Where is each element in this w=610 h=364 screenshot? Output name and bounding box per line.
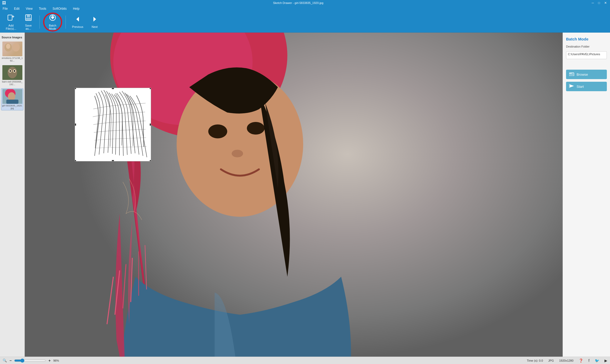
source-thumb-girl <box>2 89 22 104</box>
previous-icon <box>74 16 81 24</box>
dimensions-display: 1920x1280 <box>559 359 573 362</box>
menu-help[interactable]: Help <box>71 6 81 11</box>
close-button[interactable]: ✕ <box>603 1 608 5</box>
menu-view[interactable]: View <box>24 6 34 11</box>
source-label-faces: emotions-371238_192... <box>2 57 23 62</box>
start-label: Start <box>577 85 584 89</box>
resize-handle-tr[interactable] <box>150 88 151 89</box>
svg-rect-4 <box>27 15 30 17</box>
twitter-icon[interactable]: 🐦 <box>595 358 599 363</box>
sketch-content <box>75 88 151 161</box>
menu-bar: File Edit View Tools SoftOrbits Help <box>0 6 610 12</box>
toolbar-separator-2 <box>66 16 66 29</box>
zoom-plus[interactable]: + <box>48 358 51 363</box>
zoom-out-icon[interactable]: 🔍 <box>3 358 7 362</box>
source-label-owl: barn-owl-2550068_192... <box>2 80 23 86</box>
save-as-button[interactable]: Save as... <box>21 12 36 32</box>
resize-handle-bm[interactable] <box>112 160 114 161</box>
destination-folder-path: C:\Users\PAVEL\Pictures <box>566 51 607 59</box>
facebook-icon[interactable]: f <box>588 358 589 363</box>
format-display: JPG <box>548 359 554 362</box>
toolbar-separator-1 <box>39 16 40 29</box>
add-files-button[interactable]: Add File(s)... <box>3 12 19 32</box>
status-right: Time (s): 0.0 JPG 1920x1280 ❓ f 🐦 ▶ <box>527 358 607 363</box>
svg-point-23 <box>8 92 15 101</box>
window-controls: ─ □ ✕ <box>591 1 608 5</box>
destination-folder-label: Destination Folder <box>566 45 607 48</box>
svg-point-29 <box>208 125 227 139</box>
next-button[interactable]: Next <box>88 14 101 30</box>
add-files-icon <box>7 14 15 23</box>
svg-marker-42 <box>570 84 574 88</box>
zoom-slider[interactable] <box>14 358 46 363</box>
svg-point-19 <box>9 70 11 72</box>
batch-mode-label: Batch Mode <box>49 24 56 30</box>
resize-handle-tm[interactable] <box>112 88 114 89</box>
help-icon[interactable]: ❓ <box>579 358 583 363</box>
resize-handle-lm[interactable] <box>75 124 76 126</box>
menu-edit[interactable]: Edit <box>12 6 21 11</box>
svg-marker-9 <box>76 17 79 22</box>
sketch-overlay[interactable] <box>75 88 151 161</box>
canvas-area[interactable] <box>25 33 563 357</box>
svg-rect-41 <box>570 73 573 75</box>
time-display: Time (s): 0.0 <box>527 359 543 362</box>
menu-tools[interactable]: Tools <box>37 6 48 11</box>
save-as-label: Save as... <box>25 24 32 30</box>
add-files-label: Add File(s)... <box>6 24 16 30</box>
app-icon: 🖼 <box>2 1 6 5</box>
source-label-girl: girl-5833835_1920.jpg <box>2 104 23 110</box>
previous-button[interactable]: Previous <box>69 14 86 30</box>
right-panel: Batch Mode Destination Folder C:\Users\P… <box>563 33 610 357</box>
next-label: Next <box>92 25 98 28</box>
svg-point-14 <box>14 44 18 49</box>
source-thumb-faces <box>2 42 22 56</box>
previous-label: Previous <box>72 25 83 28</box>
source-item-girl[interactable]: girl-5833835_1920.jpg <box>1 88 23 110</box>
svg-point-31 <box>232 150 243 157</box>
save-icon <box>25 14 32 23</box>
next-icon <box>91 16 98 24</box>
browse-button[interactable]: Browse <box>566 70 607 79</box>
start-icon <box>569 84 574 89</box>
window-title: Sketch Drawer - girl-5833835_1920.jpg <box>273 1 323 4</box>
toolbar: Add File(s)... Save as... Batc <box>0 12 610 33</box>
resize-handle-br[interactable] <box>150 160 151 161</box>
main-layout: Source Images emotions-371238_192... <box>0 33 610 357</box>
svg-point-8 <box>52 17 53 18</box>
svg-point-30 <box>247 122 264 135</box>
title-bar: 🖼 Sketch Drawer - girl-5833835_1920.jpg … <box>0 0 610 6</box>
resize-handle-rm[interactable] <box>150 124 151 126</box>
svg-rect-24 <box>6 100 18 104</box>
source-item-faces[interactable]: emotions-371238_192... <box>1 41 23 63</box>
svg-rect-39 <box>75 88 88 161</box>
svg-rect-0 <box>8 15 12 20</box>
left-sidebar: Source Images emotions-371238_192... <box>0 33 25 357</box>
zoom-value: 96% <box>53 359 59 362</box>
browse-label: Browse <box>577 73 588 76</box>
maximize-button[interactable]: □ <box>597 1 601 5</box>
menu-softorbits[interactable]: SoftOrbits <box>51 6 68 11</box>
svg-marker-10 <box>93 17 96 22</box>
main-image-background <box>25 33 563 357</box>
resize-handle-tl[interactable] <box>75 88 76 89</box>
sidebar-header: Source Images <box>1 35 23 41</box>
svg-point-16 <box>8 67 17 78</box>
menu-file[interactable]: File <box>1 6 9 11</box>
status-bar: 🔍 − + 96% Time (s): 0.0 JPG 1920x1280 ❓ … <box>0 357 610 364</box>
resize-handle-bl[interactable] <box>75 160 76 161</box>
browse-icon <box>569 72 574 77</box>
svg-point-20 <box>14 70 15 72</box>
svg-point-13 <box>6 44 10 49</box>
zoom-minus[interactable]: − <box>9 358 12 363</box>
batch-mode-icon <box>49 14 56 23</box>
batch-mode-button[interactable]: Batch Mode <box>43 13 62 31</box>
source-item-owl[interactable]: barn-owl-2550068_192... <box>1 65 23 86</box>
svg-rect-5 <box>26 18 31 20</box>
source-thumb-owl <box>2 65 22 80</box>
minimize-button[interactable]: ─ <box>591 1 595 5</box>
youtube-icon[interactable]: ▶ <box>604 358 607 363</box>
start-button[interactable]: Start <box>566 82 607 91</box>
batch-mode-panel-title: Batch Mode <box>566 37 607 41</box>
girl-image <box>25 33 563 357</box>
